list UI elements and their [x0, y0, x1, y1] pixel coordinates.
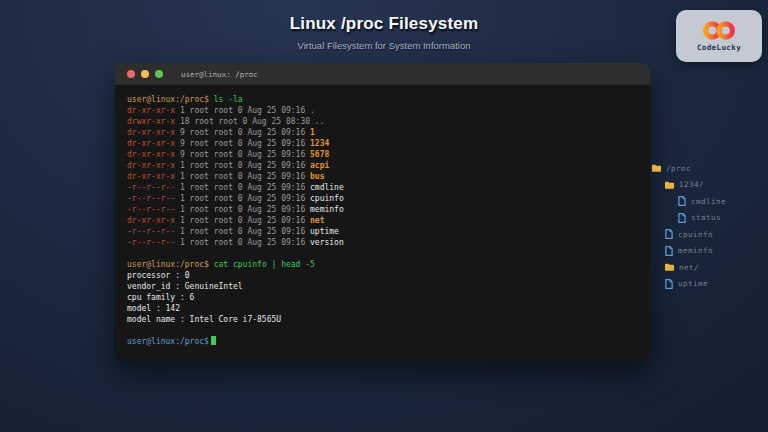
- file-name: uptime: [310, 227, 339, 236]
- tree-item-1234[interactable]: 1234/: [652, 177, 726, 194]
- ls-row: -r--r--r-- 1 root root 0 Aug 25 09:16 me…: [127, 204, 638, 215]
- minimize-button-icon[interactable]: [141, 70, 149, 78]
- tree-item-uptime[interactable]: uptime: [652, 276, 726, 293]
- file-meta: 1 root root 0 Aug 25 09:16: [175, 216, 310, 225]
- file-meta: 9 root root 0 Aug 25 09:16: [175, 150, 310, 159]
- file-meta: 1 root root 0 Aug 25 09:16: [175, 238, 310, 247]
- file-name: bus: [310, 172, 324, 181]
- permissions: dr-xr-xr-x: [127, 128, 175, 137]
- tree-item-meminfo[interactable]: meminfo: [652, 243, 726, 260]
- ls-row: dr-xr-xr-x 1 root root 0 Aug 25 09:16 bu…: [127, 171, 638, 182]
- file-icon: [665, 279, 673, 289]
- tree-item-label: cpuinfo: [678, 230, 713, 239]
- tree-item-proc[interactable]: /proc: [652, 160, 726, 177]
- idle-prompt-line: user@linux:/proc$: [127, 336, 638, 347]
- ls-row: dr-xr-xr-x 9 root root 0 Aug 25 09:16 1: [127, 127, 638, 138]
- file-meta: 1 root root 0 Aug 25 09:16: [175, 106, 310, 115]
- blank-line: [127, 248, 638, 259]
- ls-row: dr-xr-xr-x 9 root root 0 Aug 25 09:16 56…: [127, 149, 638, 160]
- ls-row: -r--r--r-- 1 root root 0 Aug 25 09:16 up…: [127, 226, 638, 237]
- permissions: dr-xr-xr-x: [127, 216, 175, 225]
- ls-row: dr-xr-xr-x 1 root root 0 Aug 25 09:16 ne…: [127, 215, 638, 226]
- permissions: -r--r--r--: [127, 238, 175, 247]
- file-name: 5678: [310, 150, 329, 159]
- command-line-2: user@linux:/proc$ cat cpuinfo | head -5: [127, 259, 638, 270]
- logo-text: CodeLucky: [697, 43, 741, 52]
- close-button-icon[interactable]: [127, 70, 135, 78]
- maximize-button-icon[interactable]: [155, 70, 163, 78]
- ls-row: -r--r--r-- 1 root root 0 Aug 25 09:16 cp…: [127, 193, 638, 204]
- permissions: dr-xr-xr-x: [127, 150, 175, 159]
- infinity-icon: [698, 20, 740, 41]
- file-meta: 1 root root 0 Aug 25 09:16: [175, 205, 310, 214]
- prompt-label: user@linux:/proc$: [127, 260, 209, 269]
- cursor-block: [211, 336, 216, 345]
- terminal-body[interactable]: user@linux:/proc$ ls -la dr-xr-xr-x 1 ro…: [115, 85, 650, 356]
- blank-line: [127, 325, 638, 336]
- cpuinfo-line: cpu family : 6: [127, 292, 638, 303]
- permissions: -r--r--r--: [127, 194, 175, 203]
- cpuinfo-line: model name : Intel Core i7-8565U: [127, 314, 638, 325]
- page-background: Linux /proc Filesystem Virtual Filesyste…: [0, 0, 768, 432]
- file-name: version: [310, 238, 344, 247]
- permissions: dr-xr-xr-x: [127, 161, 175, 170]
- file-meta: 9 root root 0 Aug 25 09:16: [175, 128, 310, 137]
- file-tree: /proc1234/cmdlinestatuscpuinfomeminfonet…: [652, 160, 726, 292]
- prompt-label: user@linux:/proc$: [127, 95, 209, 104]
- permissions: -r--r--r--: [127, 227, 175, 236]
- cpuinfo-line: model : 142: [127, 303, 638, 314]
- permissions: dr-xr-xr-x: [127, 106, 175, 115]
- ls-row: dr-xr-xr-x 9 root root 0 Aug 25 09:16 12…: [127, 138, 638, 149]
- file-meta: 1 root root 0 Aug 25 09:16: [175, 227, 310, 236]
- cpuinfo-line: vendor_id : GenuineIntel: [127, 281, 638, 292]
- permissions: dr-xr-xr-x: [127, 172, 175, 181]
- file-name: 1: [310, 128, 315, 137]
- command-text-2: cat cpuinfo | head -5: [214, 260, 315, 269]
- ls-row: dr-xr-xr-x 1 root root 0 Aug 25 09:16 .: [127, 105, 638, 116]
- file-meta: 1 root root 0 Aug 25 09:16: [175, 172, 310, 181]
- file-meta: 18 root root 0 Aug 25 08:30: [175, 117, 315, 126]
- command-line-1: user@linux:/proc$ ls -la: [127, 94, 638, 105]
- file-icon: [678, 196, 686, 206]
- terminal-titlebar: user@linux: /proc: [115, 63, 650, 85]
- terminal-title: user@linux: /proc: [181, 70, 258, 79]
- file-name: cpuinfo: [310, 194, 344, 203]
- prompt-label: user@linux:/proc$: [127, 337, 209, 346]
- permissions: drwxr-xr-x: [127, 117, 175, 126]
- tree-item-cmdline[interactable]: cmdline: [652, 193, 726, 210]
- logo-card: CodeLucky: [676, 10, 762, 62]
- ls-row: -r--r--r-- 1 root root 0 Aug 25 09:16 ve…: [127, 237, 638, 248]
- file-name: net: [310, 216, 324, 225]
- header: Linux /proc Filesystem Virtual Filesyste…: [0, 14, 768, 51]
- page-subtitle: Virtual Filesystem for System Informatio…: [0, 40, 768, 51]
- tree-item-cpuinfo[interactable]: cpuinfo: [652, 226, 726, 243]
- tree-item-label: /proc: [666, 164, 691, 173]
- folder-icon: [665, 263, 674, 271]
- permissions: -r--r--r--: [127, 183, 175, 192]
- file-name: cmdline: [310, 183, 344, 192]
- tree-item-label: 1234/: [679, 180, 704, 189]
- file-icon: [678, 213, 686, 223]
- terminal-window: user@linux: /proc user@linux:/proc$ ls -…: [115, 63, 650, 361]
- file-name: acpi: [310, 161, 329, 170]
- tree-item-status[interactable]: status: [652, 210, 726, 227]
- ls-row: dr-xr-xr-x 1 root root 0 Aug 25 09:16 ac…: [127, 160, 638, 171]
- file-meta: 1 root root 0 Aug 25 09:16: [175, 161, 310, 170]
- command-text-1: ls -la: [214, 95, 243, 104]
- file-meta: 1 root root 0 Aug 25 09:16: [175, 194, 310, 203]
- permissions: dr-xr-xr-x: [127, 139, 175, 148]
- folder-icon: [652, 164, 661, 172]
- file-icon: [665, 229, 673, 239]
- file-icon: [665, 246, 673, 256]
- ls-row: -r--r--r-- 1 root root 0 Aug 25 09:16 cm…: [127, 182, 638, 193]
- tree-item-net[interactable]: net/: [652, 259, 726, 276]
- tree-item-label: meminfo: [678, 246, 713, 255]
- file-name: ..: [315, 117, 325, 126]
- page-title: Linux /proc Filesystem: [0, 14, 768, 34]
- ls-output: dr-xr-xr-x 1 root root 0 Aug 25 09:16 .d…: [127, 105, 638, 248]
- tree-item-label: uptime: [678, 279, 708, 288]
- file-name: meminfo: [310, 205, 344, 214]
- cpuinfo-line: processor : 0: [127, 270, 638, 281]
- file-meta: 1 root root 0 Aug 25 09:16: [175, 183, 310, 192]
- tree-item-label: status: [691, 213, 721, 222]
